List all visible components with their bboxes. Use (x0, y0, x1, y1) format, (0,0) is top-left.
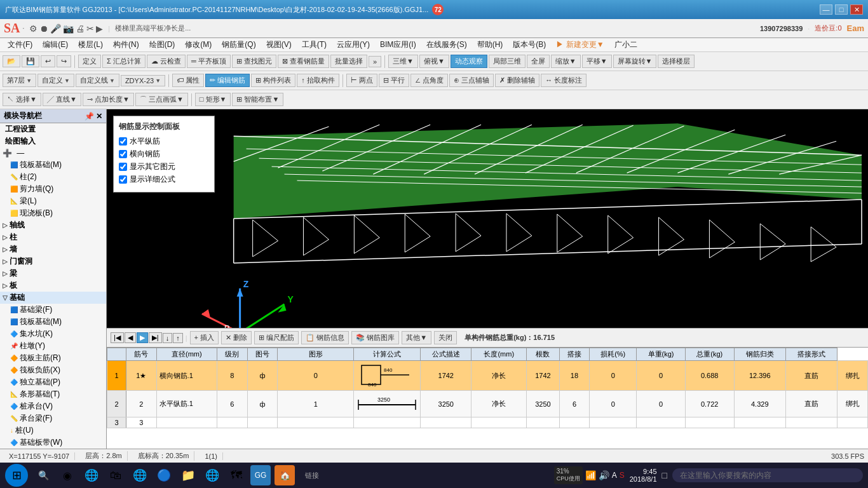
menu-rebar[interactable]: 钢筋量(Q) (217, 38, 261, 51)
other-dropdown-button[interactable]: 其他▼ (402, 331, 431, 344)
nav-down[interactable]: ↓ (163, 333, 173, 343)
viewport-3d[interactable]: 钢筋显示控制面板 水平纵筋 横向钢筋 显示其它图元 显示详细公式 (107, 109, 868, 328)
sidebar-group-axis[interactable]: ▷ 轴线 (0, 219, 106, 231)
checkbox-horizontal-long-input[interactable] (119, 137, 127, 146)
sidebar-item-raft-neg-rebar[interactable]: 🔶 筏板负筋(X) (0, 364, 106, 376)
menu-guangxiao[interactable]: 广小二 (609, 38, 642, 51)
sidebar-pin-icon[interactable]: 📌 (85, 112, 94, 121)
speaker-icon[interactable]: 🔊 (599, 470, 609, 480)
sidebar-group-liang[interactable]: ▷ 梁 (0, 268, 106, 280)
print-icon[interactable]: 🖨 (76, 24, 85, 34)
sidebar-item-isolated[interactable]: 🔷 独立基础(P) (0, 376, 106, 388)
checkbox-transverse[interactable]: 横向钢筋 (119, 149, 209, 159)
maximize-button[interactable]: □ (835, 4, 848, 15)
angle-point-button[interactable]: ∠ 点角度 (410, 74, 448, 87)
sidebar-item-strip[interactable]: 📐 条形基础(T) (0, 388, 106, 400)
redo-button[interactable]: ↪ (57, 55, 71, 67)
menu-bim[interactable]: BIM应用(I) (375, 38, 421, 51)
taskbar-network-icon[interactable]: 🌐 (202, 465, 222, 485)
ime-icon[interactable]: A (612, 471, 617, 480)
zoom-button[interactable]: 缩放▼ (551, 55, 581, 68)
nav-play[interactable]: ▶ (137, 332, 148, 343)
antivirus-icon[interactable]: S (620, 471, 625, 480)
cut-icon[interactable]: ✂ (86, 24, 94, 34)
sidebar-group-ban[interactable]: ▷ 板 (0, 280, 106, 292)
sidebar-item-raft[interactable]: 🟦 筏板基础(M) (0, 159, 106, 171)
minus-icon[interactable]: — (17, 149, 24, 158)
sidebar-close-icon[interactable]: ✕ (96, 112, 102, 121)
checkbox-show-formula-input[interactable] (119, 175, 127, 184)
taskbar-maps-icon[interactable]: 🗺 (226, 465, 247, 485)
screen-rotate-button[interactable]: 屏幕旋转▼ (613, 55, 657, 68)
delete-aux-button[interactable]: ✗ 删除辅轴 (495, 74, 539, 87)
smart-layout-tool[interactable]: ⊞ 智能布置▼ (232, 93, 283, 106)
menu-edit[interactable]: 编辑(E) (37, 38, 73, 51)
menu-component[interactable]: 构件(N) (108, 38, 144, 51)
notification-icon[interactable]: □ (662, 470, 667, 480)
sidebar-group-col[interactable]: ▷ 柱 (0, 231, 106, 243)
rect-tool[interactable]: □ 矩形▼ (195, 93, 231, 106)
more-button[interactable]: » (369, 56, 381, 67)
layer-type-selector[interactable]: 自定义 ▼ (37, 74, 74, 87)
dynamic-obs-button[interactable]: 动态观察 (451, 55, 487, 68)
taskbar-search-icon[interactable]: 🔍 (33, 465, 53, 485)
checkbox-show-others[interactable]: 显示其它图元 (119, 161, 209, 172)
camera-icon[interactable]: 📷 (63, 24, 74, 34)
code-selector[interactable]: ZDYX-23 ▼ (121, 75, 165, 86)
rebar-library-button[interactable]: 📚 钢筋图库 (351, 331, 399, 344)
eam-label[interactable]: Eam (847, 24, 864, 33)
3d-button[interactable]: 三维▼ (388, 55, 418, 68)
menu-new-change[interactable]: ▶ 新建变更▼ (551, 38, 609, 51)
sidebar-item-engineering[interactable]: 工程设置 (0, 123, 106, 135)
three-point-aux-button[interactable]: ⊕ 三点辅轴 (449, 74, 494, 87)
taskbar-ggj-icon[interactable]: GG (250, 465, 271, 485)
find-element-button[interactable]: ⊞ 查找图元 (232, 55, 276, 68)
rebar-info-button[interactable]: 📋 钢筋信息 (301, 331, 349, 344)
table-row[interactable]: 33 (107, 417, 868, 428)
sidebar-group-door[interactable]: ▷ 门窗洞 (0, 255, 106, 268)
sidebar-item-found-strip[interactable]: 🔷 基础板带(W) (0, 437, 106, 449)
layer-selector[interactable]: 第7层 ▼ (3, 74, 36, 87)
menu-help[interactable]: 帮助(H) (472, 38, 508, 51)
wifi-icon[interactable]: 📶 (585, 470, 596, 480)
sidebar-item-column[interactable]: 📏 柱(2) (0, 171, 106, 183)
taskbar-folder-icon[interactable]: 📁 (178, 465, 198, 485)
checkbox-show-others-input[interactable] (119, 163, 127, 171)
taskbar-chrome-icon[interactable]: 🔵 (154, 465, 174, 485)
settings-icon[interactable]: ⚙ (29, 24, 37, 34)
parallel-button[interactable]: ⊟ 平行 (379, 74, 409, 87)
line-tool[interactable]: ╱ 直线▼ (43, 93, 81, 106)
record-icon[interactable]: ⏺ (39, 24, 48, 34)
taskbar-edge-icon[interactable]: 🌐 (130, 465, 150, 485)
point-extend-tool[interactable]: ⊸ 点加长度▼ (83, 93, 134, 106)
checkbox-show-formula[interactable]: 显示详细公式 (119, 174, 209, 185)
property-button[interactable]: 🏷 属性 (172, 74, 204, 87)
sidebar-group-foundation[interactable]: ▽ 基础 (0, 292, 106, 304)
nav-up[interactable]: ↑ (173, 333, 183, 343)
minimize-button[interactable]: — (820, 4, 832, 15)
view-rebar-button[interactable]: ⊠ 查看钢筋量 (278, 55, 329, 68)
cloud-check-button[interactable]: ☁ 云检查 (147, 55, 186, 68)
open-button[interactable]: 📂 (3, 55, 20, 67)
pick-component-button[interactable]: ↑ 抬取构件 (297, 74, 339, 87)
length-mark-button[interactable]: ↔ 长度标注 (541, 74, 587, 87)
align-top-button[interactable]: ═ 平齐板顶 (187, 55, 231, 68)
arc-tool[interactable]: ⌒ 三点画弧▼ (135, 93, 188, 106)
sidebar-item-pile-cap2[interactable]: 🔷 桩承台(V) (0, 400, 106, 412)
sidebar-item-shearwall[interactable]: 🟧 剪力墙(Q) (0, 183, 106, 195)
pan-button[interactable]: 平移▼ (582, 55, 612, 68)
sidebar-item-raft-main-rebar[interactable]: 🔶 筏板主筋(R) (0, 352, 106, 364)
sidebar-item-sump[interactable]: 🔷 集水坑(K) (0, 328, 106, 340)
delete-button[interactable]: ✕ 删除 (221, 331, 252, 344)
nav-last[interactable]: ▶| (149, 332, 162, 343)
sidebar-item-pile[interactable]: ↓ 桩(U) (0, 424, 106, 437)
select-floor-button[interactable]: 选择楼层 (658, 55, 695, 68)
sidebar-item-beam[interactable]: 📐 梁(L) (0, 195, 106, 207)
menu-view[interactable]: 视图(V) (261, 38, 297, 51)
sidebar-group-wall[interactable]: ▷ 墙 (0, 243, 106, 255)
menu-layer[interactable]: 楼层(L) (73, 38, 108, 51)
menu-modify[interactable]: 修改(M) (180, 38, 217, 51)
menu-file[interactable]: 文件(F) (3, 38, 37, 51)
sidebar-item-pile-cap[interactable]: 📌 柱墩(Y) (0, 340, 106, 352)
checkbox-transverse-input[interactable] (119, 150, 127, 158)
